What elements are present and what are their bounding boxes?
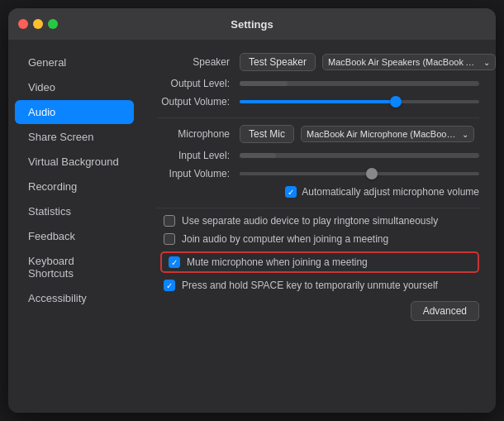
- join-audio-checkbox[interactable]: [164, 233, 175, 245]
- main-content: Speaker Test Speaker MacBook Air Speaker…: [140, 40, 496, 413]
- hold-space-checkbox[interactable]: [164, 280, 175, 291]
- microphone-dropdown-arrow: ⌄: [462, 130, 468, 139]
- sidebar-item-share-screen[interactable]: Share Screen: [15, 125, 134, 149]
- speaker-divider: [157, 117, 479, 118]
- microphone-divider: [157, 208, 479, 208]
- settings-window: Settings General Video Audio Share Scree…: [8, 8, 496, 413]
- window-title: Settings: [231, 18, 273, 31]
- checkbox-row-hold-space: Press and hold SPACE key to temporarily …: [157, 280, 479, 291]
- input-volume-label: Input Volume:: [157, 168, 240, 179]
- output-volume-slider[interactable]: [240, 96, 479, 108]
- sidebar-item-keyboard-shortcuts[interactable]: Keyboard Shortcuts: [15, 249, 134, 285]
- speaker-label: Speaker: [157, 56, 240, 68]
- auto-adjust-label: Automatically adjust microphone volume: [302, 186, 479, 198]
- sidebar-item-accessibility[interactable]: Accessibility: [15, 286, 134, 310]
- advanced-row: Advanced: [157, 301, 479, 321]
- auto-adjust-row: Automatically adjust microphone volume: [157, 186, 479, 198]
- output-volume-label: Output Volume:: [157, 96, 240, 108]
- mute-mic-checkbox[interactable]: [169, 256, 180, 268]
- input-volume-track: [240, 172, 479, 175]
- auto-adjust-checkbox[interactable]: [285, 186, 297, 198]
- input-volume-slider[interactable]: [240, 168, 479, 179]
- sidebar-item-recording[interactable]: Recording: [15, 175, 134, 199]
- output-level-fill: [240, 81, 288, 86]
- input-volume-thumb[interactable]: [366, 168, 378, 179]
- output-level-label: Output Level:: [157, 78, 240, 89]
- sidebar-item-video[interactable]: Video: [15, 75, 134, 99]
- output-level-bar: [240, 81, 479, 86]
- sidebar: General Video Audio Share Screen Virtual…: [8, 40, 140, 413]
- separate-audio-checkbox[interactable]: [164, 215, 175, 227]
- input-level-fill: [240, 153, 276, 158]
- join-audio-label: Join audio by computer when joining a me…: [182, 233, 388, 245]
- mute-mic-label: Mute microphone when joining a meeting: [187, 256, 368, 268]
- checkbox-row-join-audio: Join audio by computer when joining a me…: [157, 233, 479, 245]
- input-volume-fill: [240, 172, 372, 175]
- titlebar: Settings: [8, 8, 496, 40]
- output-volume-fill: [240, 100, 396, 103]
- maximize-button[interactable]: [48, 19, 58, 29]
- close-button[interactable]: [18, 19, 28, 29]
- test-speaker-button[interactable]: Test Speaker: [240, 53, 316, 71]
- test-mic-button[interactable]: Test Mic: [240, 125, 294, 143]
- microphone-label: Microphone: [157, 128, 240, 140]
- checkbox-row-mute-mic: Mute microphone when joining a meeting: [160, 251, 479, 273]
- separate-audio-label: Use separate audio device to play ringto…: [182, 215, 438, 227]
- microphone-dropdown[interactable]: MacBook Air Microphone (MacBook Air... ⌄: [301, 126, 474, 142]
- minimize-button[interactable]: [33, 19, 43, 29]
- sidebar-item-audio[interactable]: Audio: [15, 100, 134, 124]
- sidebar-item-statistics[interactable]: Statistics: [15, 199, 134, 223]
- speaker-dropdown[interactable]: MacBook Air Speakers (MacBook Air S... ⌄: [322, 54, 496, 70]
- speaker-section: Speaker Test Speaker MacBook Air Speaker…: [157, 53, 479, 108]
- hold-space-label: Press and hold SPACE key to temporarily …: [182, 280, 438, 291]
- sidebar-item-general[interactable]: General: [15, 50, 134, 74]
- advanced-button[interactable]: Advanced: [411, 301, 479, 321]
- checkbox-row-separate-audio: Use separate audio device to play ringto…: [157, 215, 479, 227]
- speaker-dropdown-arrow: ⌄: [483, 58, 490, 67]
- sidebar-item-feedback[interactable]: Feedback: [15, 224, 134, 248]
- sidebar-item-virtual-background[interactable]: Virtual Background: [15, 150, 134, 174]
- output-volume-track: [240, 100, 479, 103]
- microphone-section: Microphone Test Mic MacBook Air Micropho…: [157, 125, 479, 198]
- input-level-bar: [240, 153, 479, 158]
- output-volume-thumb[interactable]: [390, 96, 402, 108]
- checkboxes-section: Use separate audio device to play ringto…: [157, 215, 479, 291]
- traffic-lights: [18, 19, 58, 29]
- input-level-label: Input Level:: [157, 150, 240, 161]
